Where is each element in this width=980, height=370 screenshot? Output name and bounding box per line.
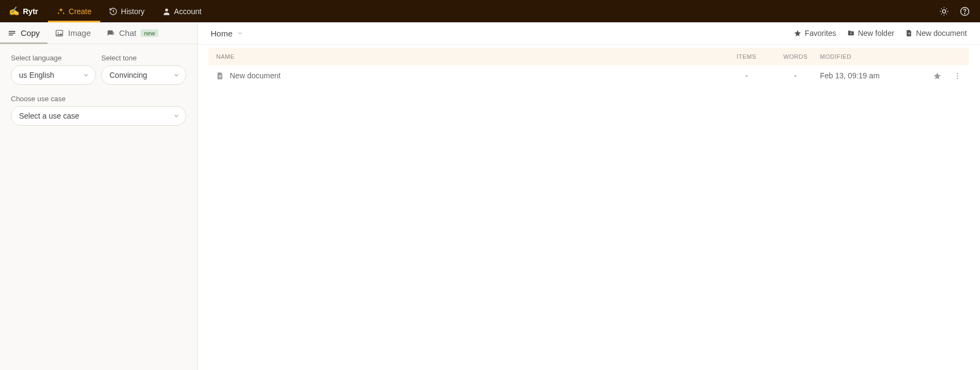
- image-icon: [55, 29, 64, 38]
- content-toolbar: Home Favorites New folder New document: [198, 22, 980, 45]
- topnav-right: [938, 5, 971, 18]
- svg-line-5: [946, 14, 947, 14]
- svg-point-16: [58, 32, 59, 33]
- sidebar: Copy Image Chat new Select language us E…: [0, 22, 198, 370]
- col-header-words: WORDS: [771, 53, 820, 60]
- usecase-label: Choose use case: [11, 95, 186, 103]
- tab-chat-label: Chat: [119, 28, 137, 38]
- history-icon: [109, 7, 118, 16]
- help-icon: [960, 7, 970, 16]
- brand-logo-icon: ✍: [9, 6, 20, 16]
- brand[interactable]: ✍ Rytr: [9, 6, 38, 16]
- file-plus-icon: [905, 29, 913, 37]
- content-actions: Favorites New folder New document: [794, 29, 967, 38]
- svg-rect-20: [219, 77, 220, 78]
- row-actions: [912, 72, 961, 80]
- svg-rect-12: [9, 31, 15, 32]
- svg-point-23: [957, 77, 958, 78]
- tone-group: Select tone Convincing: [101, 54, 186, 85]
- favorites-label: Favorites: [805, 29, 836, 38]
- nav-create[interactable]: Create: [48, 0, 100, 22]
- new-document-label: New document: [916, 29, 967, 38]
- usecase-value: Select a use case: [19, 112, 79, 120]
- language-value: us English: [19, 71, 54, 79]
- col-header-items: ITEMS: [722, 53, 771, 60]
- svg-rect-17: [109, 32, 114, 35]
- theme-toggle[interactable]: [938, 5, 951, 18]
- nav-account[interactable]: Account: [154, 0, 211, 22]
- sidebar-form: Select language us English Select tone: [0, 44, 197, 135]
- row-name-cell: New document: [216, 71, 722, 80]
- row-items: -: [722, 71, 771, 80]
- col-header-name: NAME: [216, 53, 722, 60]
- svg-line-4: [941, 8, 942, 9]
- breadcrumb-home: Home: [211, 29, 232, 38]
- tone-value: Convincing: [109, 71, 147, 79]
- svg-point-21: [957, 73, 958, 74]
- col-header-modified: MODIFIED: [820, 53, 912, 60]
- chevron-down-icon: [237, 30, 243, 36]
- breadcrumb[interactable]: Home: [211, 29, 243, 38]
- tab-chat[interactable]: Chat new: [99, 22, 166, 44]
- nav-history-label: History: [121, 7, 145, 16]
- nav-account-label: Account: [174, 7, 202, 16]
- topnav-left: ✍ Rytr Create History Account: [9, 0, 210, 22]
- svg-point-22: [957, 75, 958, 76]
- sun-icon: [939, 7, 949, 16]
- sparkle-icon: [57, 7, 65, 16]
- tab-copy-label: Copy: [21, 28, 40, 38]
- svg-point-1: [942, 10, 946, 13]
- sidebar-tabs: Copy Image Chat new: [0, 22, 197, 44]
- document-icon: [216, 72, 224, 80]
- tab-image[interactable]: Image: [47, 22, 99, 44]
- svg-line-9: [946, 8, 947, 9]
- brand-name: Rytr: [23, 7, 38, 16]
- help-button[interactable]: [958, 5, 971, 18]
- usecase-group: Choose use case Select a use case: [11, 95, 186, 126]
- new-folder-label: New folder: [858, 29, 895, 38]
- language-group: Select language us English: [11, 54, 96, 85]
- person-icon: [162, 7, 171, 16]
- svg-rect-18: [219, 75, 222, 76]
- tab-image-label: Image: [68, 28, 91, 38]
- new-document-button[interactable]: New document: [905, 29, 967, 38]
- chat-icon: [106, 29, 115, 38]
- svg-point-0: [165, 8, 168, 11]
- language-select[interactable]: us English: [11, 65, 96, 85]
- more-vertical-icon[interactable]: [953, 72, 961, 80]
- main-content: Home Favorites New folder New document: [198, 22, 980, 370]
- row-words: -: [771, 71, 820, 80]
- svg-point-11: [964, 13, 965, 14]
- new-folder-button[interactable]: New folder: [847, 29, 895, 38]
- svg-rect-13: [9, 33, 15, 33]
- svg-rect-14: [9, 34, 13, 35]
- usecase-select[interactable]: Select a use case: [11, 106, 186, 126]
- table-header: NAME ITEMS WORDS MODIFIED: [209, 48, 969, 65]
- tone-label: Select tone: [101, 54, 186, 62]
- documents-table: NAME ITEMS WORDS MODIFIED New document -…: [198, 45, 980, 86]
- new-badge: new: [140, 29, 158, 37]
- svg-rect-19: [219, 76, 222, 77]
- language-label: Select language: [11, 54, 96, 62]
- favorites-button[interactable]: Favorites: [794, 29, 836, 38]
- star-icon[interactable]: [933, 72, 941, 80]
- row-modified: Feb 13, 09:19 am: [820, 71, 912, 80]
- row-name: New document: [230, 71, 280, 80]
- folder-plus-icon: [847, 29, 855, 37]
- tab-copy[interactable]: Copy: [0, 22, 47, 44]
- menu-icon: [8, 29, 16, 38]
- star-icon: [794, 29, 801, 37]
- top-navbar: ✍ Rytr Create History Account: [0, 0, 980, 22]
- tone-select[interactable]: Convincing: [101, 65, 186, 85]
- svg-line-8: [941, 14, 942, 14]
- nav-history[interactable]: History: [100, 0, 154, 22]
- nav-create-label: Create: [69, 7, 91, 16]
- table-row[interactable]: New document - - Feb 13, 09:19 am: [209, 65, 969, 86]
